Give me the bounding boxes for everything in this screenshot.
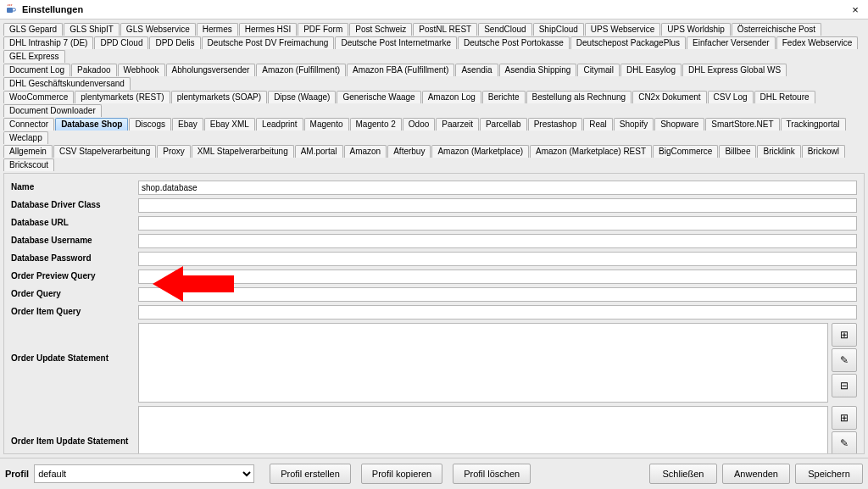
- tab[interactable]: Amazon (Marketplace): [431, 145, 529, 158]
- tab[interactable]: Amazon Log: [422, 91, 481, 103]
- input-orderq[interactable]: [138, 287, 857, 302]
- tab[interactable]: Ebay XML: [204, 118, 255, 131]
- tab[interactable]: Real: [583, 118, 613, 131]
- create-profile-button[interactable]: Profil erstellen: [270, 464, 351, 484]
- tab[interactable]: Magento: [304, 118, 349, 131]
- tab[interactable]: Amazon (Fulfillment): [256, 64, 346, 76]
- tab[interactable]: Brickscout: [3, 158, 54, 171]
- tab[interactable]: Deutsche Post Internetmarke: [335, 36, 457, 49]
- apply-button[interactable]: Anwenden: [722, 464, 790, 484]
- tab[interactable]: DHL Intraship 7 (DE): [3, 36, 93, 49]
- tab[interactable]: Document Log: [3, 64, 70, 76]
- input-pass[interactable]: [138, 252, 857, 266]
- tab[interactable]: Document Downloader: [3, 104, 102, 117]
- remove-button[interactable]: ⊟: [832, 374, 857, 397]
- tab[interactable]: Ebay: [172, 118, 203, 131]
- close-icon[interactable]: ×: [848, 3, 863, 16]
- tab[interactable]: Generische Waage: [337, 91, 420, 103]
- tab[interactable]: Österreichische Post: [732, 23, 821, 36]
- tab[interactable]: Database Shop: [55, 118, 128, 131]
- tab[interactable]: DPD Delis: [149, 36, 200, 49]
- tab[interactable]: Berichte: [482, 91, 526, 103]
- input-url[interactable]: [138, 216, 857, 231]
- tab[interactable]: DHL Retoure: [754, 91, 815, 103]
- tab[interactable]: GLS ShipIT: [64, 23, 120, 36]
- tab[interactable]: GEL Express: [3, 50, 65, 63]
- input-preview[interactable]: [138, 270, 857, 284]
- tab[interactable]: DHL Express Global WS: [682, 64, 787, 76]
- tab[interactable]: Dipse (Waage): [268, 91, 336, 103]
- tab[interactable]: AM.portal: [295, 145, 343, 158]
- tab[interactable]: Trackingportal: [781, 118, 846, 131]
- tab[interactable]: Webhook: [118, 64, 165, 76]
- tab[interactable]: DHL Geschäftskundenversand: [3, 77, 131, 90]
- tab[interactable]: CSV Stapelverarbeitung: [53, 145, 156, 158]
- tab[interactable]: Amazon FBA (Fulfillment): [347, 64, 454, 76]
- tab[interactable]: Afterbuy: [387, 145, 431, 158]
- tab[interactable]: Hermes: [197, 23, 238, 36]
- input-driver[interactable]: [138, 198, 857, 213]
- close-button[interactable]: Schließen: [649, 464, 717, 484]
- copy-profile-button[interactable]: Profil kopieren: [361, 464, 442, 484]
- tab[interactable]: Amazon: [344, 145, 387, 158]
- tab[interactable]: DPD Cloud: [94, 36, 148, 49]
- tab[interactable]: Asendia: [455, 64, 498, 76]
- tab[interactable]: Connector: [3, 118, 54, 131]
- save-button[interactable]: Speichern: [795, 464, 863, 484]
- tab[interactable]: Magento 2: [350, 118, 402, 131]
- tab[interactable]: GLS Webservice: [120, 23, 196, 36]
- tab[interactable]: PostNL REST: [413, 23, 477, 36]
- tab[interactable]: Asendia Shipping: [499, 64, 577, 76]
- tab[interactable]: plentymarkets (REST): [75, 91, 170, 103]
- tab[interactable]: Billbee: [719, 145, 756, 158]
- tab[interactable]: Fedex Webservice: [776, 36, 859, 49]
- input-name[interactable]: [138, 181, 857, 195]
- tab[interactable]: Proxy: [157, 145, 191, 158]
- tab[interactable]: PDF Form: [298, 23, 348, 36]
- edit-button[interactable]: ✎: [832, 431, 857, 454]
- tab[interactable]: plentymarkets (SOAP): [171, 91, 267, 103]
- profile-select[interactable]: default: [34, 464, 254, 483]
- tab[interactable]: CN2x Dokument: [632, 91, 706, 103]
- tab[interactable]: DHL Easylog: [620, 64, 682, 76]
- tab[interactable]: Bricklink: [757, 145, 800, 158]
- add-button[interactable]: ⊞: [832, 323, 857, 347]
- tab[interactable]: SmartStore.NET: [705, 118, 779, 131]
- tab[interactable]: Prestashop: [528, 118, 583, 131]
- input-itemq[interactable]: [138, 305, 857, 320]
- tab[interactable]: Citymail: [577, 64, 620, 76]
- tab[interactable]: Shopify: [614, 118, 654, 131]
- tab[interactable]: Einfacher Versender: [687, 36, 776, 49]
- tab[interactable]: Deutschepost PackagePlus: [570, 36, 686, 49]
- textarea-updstmt[interactable]: [138, 323, 828, 403]
- input-user[interactable]: [138, 234, 857, 248]
- tab[interactable]: Abholungsversender: [166, 64, 256, 76]
- tab[interactable]: UPS Webservice: [585, 23, 660, 36]
- tab[interactable]: SendCloud: [478, 23, 531, 36]
- edit-button[interactable]: ✎: [832, 348, 857, 372]
- tab[interactable]: Deutsche Post Portokasse: [458, 36, 570, 49]
- tab[interactable]: Leadprint: [256, 118, 303, 131]
- tab[interactable]: Shopware: [654, 118, 704, 131]
- tab[interactable]: Amazon (Marketplace) REST: [530, 145, 652, 158]
- tab[interactable]: Parcellab: [480, 118, 527, 131]
- tab[interactable]: GLS Gepard: [3, 23, 63, 36]
- tab[interactable]: Brickowl: [802, 145, 845, 158]
- tab[interactable]: Paarzeit: [436, 118, 479, 131]
- tab[interactable]: Hermes HSI: [239, 23, 297, 36]
- tab[interactable]: WooCommerce: [3, 91, 74, 103]
- delete-profile-button[interactable]: Profil löschen: [453, 464, 531, 484]
- tab[interactable]: UPS Worldship: [661, 23, 731, 36]
- tab[interactable]: CSV Log: [708, 91, 754, 103]
- tab[interactable]: Post Schweiz: [349, 23, 412, 36]
- tab[interactable]: Bestellung als Rechnung: [526, 91, 632, 103]
- tab[interactable]: Pakadoo: [71, 64, 116, 76]
- tab[interactable]: XML Stapelverarbeitung: [192, 145, 294, 158]
- tab[interactable]: ShipCloud: [533, 23, 584, 36]
- tab[interactable]: BigCommerce: [653, 145, 718, 158]
- tab[interactable]: Odoo: [403, 118, 435, 131]
- tab[interactable]: Weclapp: [3, 131, 48, 144]
- tab[interactable]: Allgemein: [3, 145, 53, 158]
- add-button[interactable]: ⊞: [832, 406, 857, 430]
- textarea-itemupdstmt[interactable]: [138, 406, 828, 454]
